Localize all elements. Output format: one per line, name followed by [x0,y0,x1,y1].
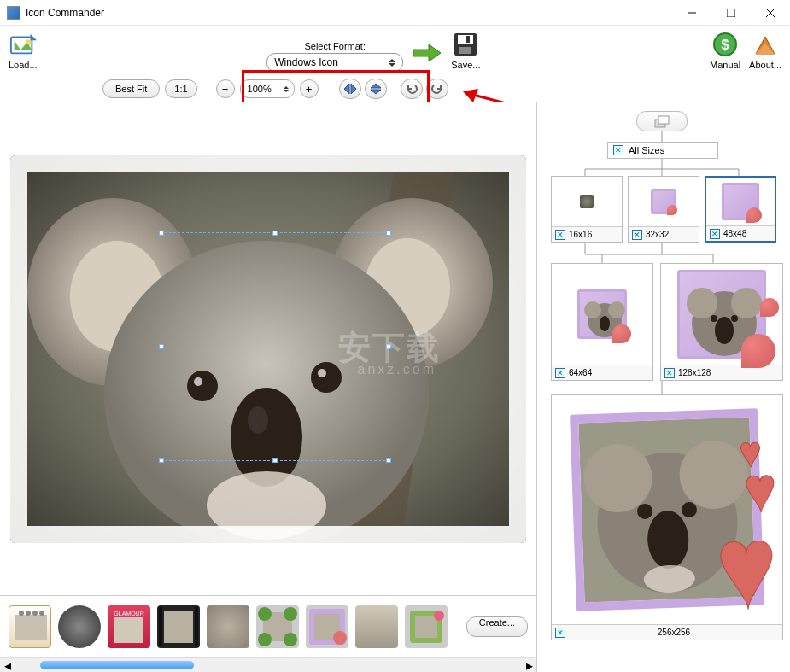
scrollbar-thumb[interactable] [40,661,194,669]
close-button[interactable] [751,0,790,26]
load-button[interactable]: Load... [9,31,38,72]
template-thumb[interactable] [207,605,249,648]
svg-point-32 [19,611,24,616]
all-sizes-checkbox[interactable] [613,145,623,155]
handle-tr[interactable] [386,231,391,236]
size-cell-128[interactable]: 128x128 [660,263,783,381]
sizes-panel: All Sizes 16x16 32x32 48x48 64x64 [537,102,790,672]
handle-bl[interactable] [159,458,164,463]
create-button[interactable]: Create... [466,616,528,637]
load-icon [9,31,37,58]
format-label: Select Format: [304,41,366,51]
stack-button[interactable] [636,111,688,131]
maximize-button[interactable] [711,0,751,26]
save-label: Save... [451,60,480,70]
chk-16[interactable] [555,230,565,240]
svg-point-67 [584,301,601,318]
all-sizes-row[interactable]: All Sizes [607,142,718,159]
manual-icon: $ [711,31,739,58]
svg-rect-1 [727,9,735,17]
size-cell-16[interactable]: 16x16 [551,176,623,243]
scroll-right-icon[interactable]: ▸ [522,658,536,673]
svg-point-48 [333,631,347,645]
svg-rect-31 [15,615,47,640]
image-canvas[interactable]: 安下载 anxz.com [10,155,526,543]
all-sizes-label: All Sizes [629,145,664,155]
zoom-value: 100% [248,84,272,94]
best-fit-button[interactable]: Best Fit [102,79,160,98]
svg-rect-40 [195,607,198,646]
template-thumb[interactable] [405,605,448,648]
zoom-toolbar: Best Fit 1:1 − 100% + [0,72,790,102]
svg-text:$: $ [722,38,729,52]
svg-point-43 [284,607,297,621]
zoom-input[interactable]: 100% [240,79,295,98]
handle-t[interactable] [272,231,278,236]
svg-rect-65 [658,116,669,124]
handle-tl[interactable] [159,231,164,236]
size-cell-48[interactable]: 48x48 [705,176,776,243]
template-thumb[interactable] [256,605,299,648]
template-thumb[interactable]: GLAMOUR [108,605,150,648]
one-to-one-button[interactable]: 1:1 [165,79,196,98]
template-thumb[interactable] [58,605,101,648]
svg-point-42 [258,607,272,621]
handle-br[interactable] [386,458,391,463]
format-select[interactable]: Windows Icon [266,53,403,72]
svg-point-44 [258,633,272,646]
flip-vertical-button[interactable] [365,79,387,99]
svg-point-35 [39,611,44,616]
chk-128[interactable] [664,368,675,378]
rotate-right-button[interactable] [426,79,448,99]
svg-point-51 [434,611,444,621]
about-label: About... [749,60,781,70]
handle-b[interactable] [272,458,278,463]
size-cell-64[interactable]: 64x64 [551,263,653,381]
svg-point-33 [26,611,31,616]
svg-text:GLAMOUR: GLAMOUR [114,611,143,616]
template-thumb[interactable] [157,605,200,648]
chk-64[interactable] [555,368,565,378]
app-icon [7,6,20,20]
arrow-right-icon [412,43,442,63]
template-strip: GLAMOUR Create... ◂ ▸ [0,595,536,672]
svg-point-71 [687,288,717,318]
handle-l[interactable] [159,344,164,349]
svg-rect-10 [466,36,470,43]
zoom-out-button[interactable]: − [216,79,235,98]
chk-48[interactable] [710,229,720,239]
flip-horizontal-button[interactable] [339,79,361,99]
titlebar: Icon Commander [0,0,790,26]
size-cell-32[interactable]: 32x32 [628,176,699,243]
about-button[interactable]: About... [749,31,781,72]
thumb-scrollbar[interactable]: ◂ ▸ [0,657,536,672]
svg-rect-38 [164,611,193,643]
chk-32[interactable] [632,230,642,240]
stack-icon [653,114,670,128]
zoom-in-button[interactable]: + [300,79,319,98]
canvas-area: 安下载 anxz.com [0,102,536,595]
chk-256[interactable] [555,628,565,638]
load-label: Load... [9,60,38,70]
size-cell-256[interactable]: 256x256 [551,394,783,640]
template-thumb[interactable] [9,605,51,648]
manual-label: Manual [710,60,740,70]
rotate-left-button[interactable] [401,79,423,99]
manual-button[interactable]: $ Manual [710,31,740,72]
format-block: Select Format: Windows Icon [266,41,403,72]
svg-point-68 [608,301,625,318]
svg-rect-8 [458,35,473,44]
template-thumb[interactable] [355,605,398,648]
watermark-url: anxz.com [358,362,436,377]
window-title: Icon Commander [26,7,672,19]
about-icon [752,31,779,58]
save-button[interactable]: Save... [451,31,480,72]
minimize-button[interactable] [672,0,711,26]
template-thumb[interactable] [306,605,348,648]
svg-rect-50 [415,616,437,638]
main-toolbar: Load... Select Format: Windows Icon Save… [0,26,790,72]
svg-point-72 [731,288,762,318]
scroll-left-icon[interactable]: ◂ [0,658,15,673]
svg-rect-9 [459,47,471,54]
svg-rect-36 [114,617,143,643]
